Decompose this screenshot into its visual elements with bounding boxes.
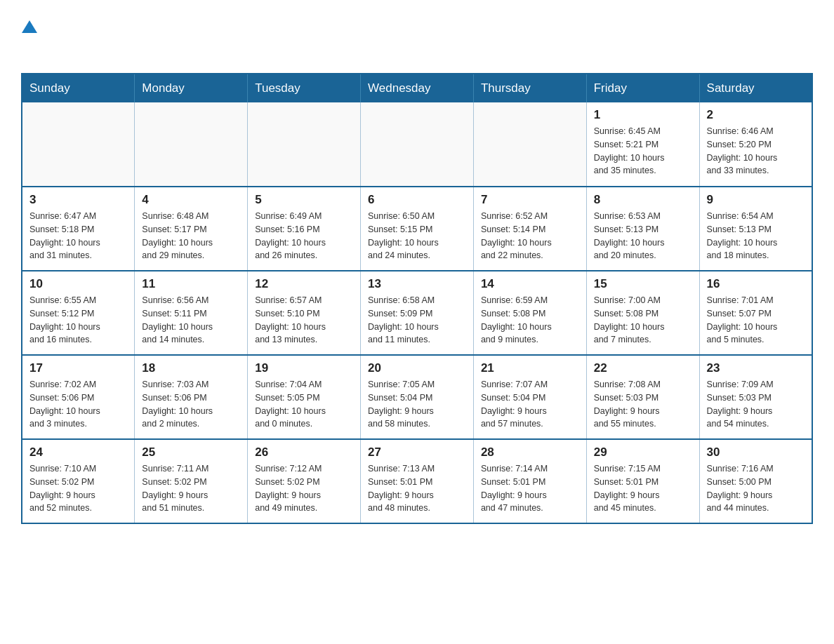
day-info: Sunrise: 7:07 AM Sunset: 5:04 PM Dayligh… [481,378,579,431]
day-number: 6 [368,193,466,207]
day-number: 25 [142,445,240,459]
calendar-cell: 8Sunrise: 6:53 AM Sunset: 5:13 PM Daylig… [586,187,699,271]
day-number: 13 [368,277,466,291]
calendar-cell: 1Sunrise: 6:45 AM Sunset: 5:21 PM Daylig… [586,102,699,187]
calendar-cell [248,102,361,187]
day-info: Sunrise: 6:52 AM Sunset: 5:14 PM Dayligh… [481,210,579,262]
day-number: 12 [255,277,353,291]
calendar-cell: 16Sunrise: 7:01 AM Sunset: 5:07 PM Dayli… [699,271,812,355]
day-info: Sunrise: 6:53 AM Sunset: 5:13 PM Dayligh… [594,210,692,262]
day-info: Sunrise: 7:01 AM Sunset: 5:07 PM Dayligh… [707,294,805,347]
calendar-cell: 10Sunrise: 6:55 AM Sunset: 5:12 PM Dayli… [22,271,135,355]
svg-marker-0 [22,20,37,33]
calendar-cell: 26Sunrise: 7:12 AM Sunset: 5:02 PM Dayli… [248,439,361,523]
calendar-cell: 15Sunrise: 7:00 AM Sunset: 5:08 PM Dayli… [586,271,699,355]
day-info: Sunrise: 7:10 AM Sunset: 5:02 PM Dayligh… [29,462,127,515]
day-number: 15 [594,277,692,291]
day-number: 22 [594,361,692,375]
calendar-table: SundayMondayTuesdayWednesdayThursdayFrid… [21,73,813,524]
day-number: 19 [255,361,353,375]
weekday-header-wednesday: Wednesday [361,74,474,102]
day-number: 17 [29,361,127,375]
day-number: 29 [594,445,692,459]
day-info: Sunrise: 7:02 AM Sunset: 5:06 PM Dayligh… [29,378,127,431]
calendar-cell: 13Sunrise: 6:58 AM Sunset: 5:09 PM Dayli… [361,271,474,355]
day-info: Sunrise: 7:05 AM Sunset: 5:04 PM Dayligh… [368,378,466,431]
day-info: Sunrise: 7:12 AM Sunset: 5:02 PM Dayligh… [255,462,353,515]
day-number: 16 [707,277,805,291]
day-info: Sunrise: 6:48 AM Sunset: 5:17 PM Dayligh… [142,210,240,262]
calendar-cell: 9Sunrise: 6:54 AM Sunset: 5:13 PM Daylig… [699,187,812,271]
day-info: Sunrise: 7:13 AM Sunset: 5:01 PM Dayligh… [368,462,466,515]
day-info: Sunrise: 6:58 AM Sunset: 5:09 PM Dayligh… [368,294,466,347]
page-header [21,14,813,59]
day-number: 26 [255,445,353,459]
calendar-cell [361,102,474,187]
calendar-cell: 12Sunrise: 6:57 AM Sunset: 5:10 PM Dayli… [248,271,361,355]
day-number: 28 [481,445,579,459]
day-number: 30 [707,445,805,459]
day-number: 5 [255,193,353,207]
weekday-header-row: SundayMondayTuesdayWednesdayThursdayFrid… [22,74,812,102]
calendar-cell: 23Sunrise: 7:09 AM Sunset: 5:03 PM Dayli… [699,355,812,439]
calendar-cell: 25Sunrise: 7:11 AM Sunset: 5:02 PM Dayli… [135,439,248,523]
day-info: Sunrise: 6:46 AM Sunset: 5:20 PM Dayligh… [707,125,805,177]
calendar-cell: 3Sunrise: 6:47 AM Sunset: 5:18 PM Daylig… [22,187,135,271]
day-info: Sunrise: 6:54 AM Sunset: 5:13 PM Dayligh… [707,210,805,262]
day-number: 27 [368,445,466,459]
calendar-cell: 17Sunrise: 7:02 AM Sunset: 5:06 PM Dayli… [22,355,135,439]
weekday-header-saturday: Saturday [699,74,812,102]
calendar-cell [135,102,248,187]
week-row-1: 1Sunrise: 6:45 AM Sunset: 5:21 PM Daylig… [22,102,812,187]
day-number: 20 [368,361,466,375]
day-number: 7 [481,193,579,207]
day-info: Sunrise: 7:14 AM Sunset: 5:01 PM Dayligh… [481,462,579,515]
day-info: Sunrise: 7:11 AM Sunset: 5:02 PM Dayligh… [142,462,240,515]
calendar-cell: 4Sunrise: 6:48 AM Sunset: 5:17 PM Daylig… [135,187,248,271]
calendar-cell: 20Sunrise: 7:05 AM Sunset: 5:04 PM Dayli… [361,355,474,439]
week-row-4: 17Sunrise: 7:02 AM Sunset: 5:06 PM Dayli… [22,355,812,439]
day-number: 21 [481,361,579,375]
day-number: 11 [142,277,240,291]
day-info: Sunrise: 7:03 AM Sunset: 5:06 PM Dayligh… [142,378,240,431]
week-row-2: 3Sunrise: 6:47 AM Sunset: 5:18 PM Daylig… [22,187,812,271]
week-row-5: 24Sunrise: 7:10 AM Sunset: 5:02 PM Dayli… [22,439,812,523]
day-info: Sunrise: 6:49 AM Sunset: 5:16 PM Dayligh… [255,210,353,262]
day-info: Sunrise: 6:47 AM Sunset: 5:18 PM Dayligh… [29,210,127,262]
calendar-cell: 22Sunrise: 7:08 AM Sunset: 5:03 PM Dayli… [586,355,699,439]
day-number: 9 [707,193,805,207]
calendar-cell: 28Sunrise: 7:14 AM Sunset: 5:01 PM Dayli… [473,439,586,523]
day-number: 14 [481,277,579,291]
day-info: Sunrise: 6:55 AM Sunset: 5:12 PM Dayligh… [29,294,127,347]
day-info: Sunrise: 6:57 AM Sunset: 5:10 PM Dayligh… [255,294,353,347]
weekday-header-sunday: Sunday [22,74,135,102]
day-info: Sunrise: 6:59 AM Sunset: 5:08 PM Dayligh… [481,294,579,347]
day-number: 4 [142,193,240,207]
calendar-cell: 11Sunrise: 6:56 AM Sunset: 5:11 PM Dayli… [135,271,248,355]
day-number: 1 [594,108,692,122]
calendar-cell: 21Sunrise: 7:07 AM Sunset: 5:04 PM Dayli… [473,355,586,439]
day-number: 8 [594,193,692,207]
calendar-cell: 27Sunrise: 7:13 AM Sunset: 5:01 PM Dayli… [361,439,474,523]
day-number: 23 [707,361,805,375]
day-number: 2 [707,108,805,122]
day-number: 10 [29,277,127,291]
day-info: Sunrise: 7:16 AM Sunset: 5:00 PM Dayligh… [707,462,805,515]
calendar-cell: 18Sunrise: 7:03 AM Sunset: 5:06 PM Dayli… [135,355,248,439]
day-info: Sunrise: 7:00 AM Sunset: 5:08 PM Dayligh… [594,294,692,347]
weekday-header-tuesday: Tuesday [248,74,361,102]
calendar-cell: 2Sunrise: 6:46 AM Sunset: 5:20 PM Daylig… [699,102,812,187]
day-info: Sunrise: 7:08 AM Sunset: 5:03 PM Dayligh… [594,378,692,431]
calendar-cell: 30Sunrise: 7:16 AM Sunset: 5:00 PM Dayli… [699,439,812,523]
calendar-cell: 14Sunrise: 6:59 AM Sunset: 5:08 PM Dayli… [473,271,586,355]
calendar-cell: 19Sunrise: 7:04 AM Sunset: 5:05 PM Dayli… [248,355,361,439]
weekday-header-friday: Friday [586,74,699,102]
day-info: Sunrise: 7:09 AM Sunset: 5:03 PM Dayligh… [707,378,805,431]
calendar-cell [22,102,135,187]
day-number: 24 [29,445,127,459]
calendar-cell [473,102,586,187]
day-number: 3 [29,193,127,207]
calendar-cell: 5Sunrise: 6:49 AM Sunset: 5:16 PM Daylig… [248,187,361,271]
day-info: Sunrise: 6:45 AM Sunset: 5:21 PM Dayligh… [594,125,692,177]
calendar-cell: 6Sunrise: 6:50 AM Sunset: 5:15 PM Daylig… [361,187,474,271]
